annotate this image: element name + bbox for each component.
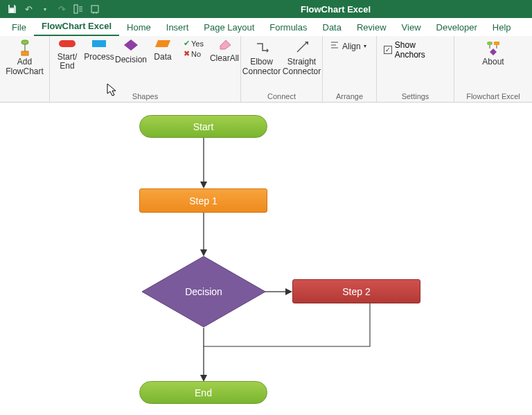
connect-group-label: Connect bbox=[245, 91, 318, 100]
ribbon-group-arrange: Align ▾ Arrange bbox=[323, 36, 377, 102]
svg-rect-3 bbox=[91, 6, 98, 12]
add-flowchart-button[interactable]: Add FlowChart bbox=[4, 39, 45, 78]
svg-marker-24 bbox=[200, 182, 207, 188]
svg-marker-9 bbox=[124, 39, 138, 51]
save-icon[interactable] bbox=[4, 1, 19, 17]
svg-marker-11 bbox=[220, 40, 231, 49]
window-title: FlowChart Excel bbox=[301, 4, 371, 15]
tab-developer[interactable]: Developer bbox=[429, 19, 485, 36]
decision-icon bbox=[123, 39, 139, 53]
tab-view[interactable]: View bbox=[394, 19, 429, 36]
dropdown-icon: ▾ bbox=[364, 43, 366, 49]
align-button[interactable]: Align ▾ bbox=[327, 39, 369, 53]
ribbon-group-label bbox=[4, 91, 45, 100]
connector-start-step1[interactable] bbox=[198, 136, 209, 190]
start-end-button[interactable]: Start/ End bbox=[54, 39, 80, 71]
show-anchors-checkbox[interactable]: ✓ Show Anchors bbox=[381, 39, 450, 61]
connector-decision-step2[interactable] bbox=[265, 286, 294, 297]
redo-icon[interactable]: ↷ bbox=[54, 1, 69, 17]
settings-group-label: Settings bbox=[381, 91, 450, 100]
ribbon-group-add: Add FlowChart bbox=[0, 36, 50, 102]
svg-marker-12 bbox=[267, 48, 269, 53]
ribbon-group-shapes: Start/ End Process Decision Data bbox=[50, 36, 241, 102]
node-step2[interactable]: Step 2 bbox=[292, 279, 420, 303]
qat-dropdown-icon[interactable]: ▾ bbox=[37, 1, 53, 17]
svg-rect-8 bbox=[92, 40, 106, 47]
svg-marker-28 bbox=[285, 288, 292, 295]
quick-access-toolbar: ↶ ▾ ↷ bbox=[4, 1, 103, 17]
checkbox-icon: ✓ bbox=[384, 46, 392, 54]
about-button[interactable]: About bbox=[476, 39, 511, 69]
process-button[interactable]: Process bbox=[86, 39, 112, 62]
node-start[interactable]: Start bbox=[139, 115, 267, 138]
decision-button[interactable]: Decision bbox=[118, 39, 144, 64]
svg-rect-18 bbox=[487, 42, 493, 45]
yes-no-buttons: ✔Yes ✖No bbox=[184, 39, 204, 58]
svg-marker-10 bbox=[155, 40, 170, 47]
no-button[interactable]: ✖No bbox=[184, 49, 204, 58]
touch-mode-icon[interactable] bbox=[71, 1, 86, 17]
align-icon bbox=[330, 40, 339, 52]
ribbon: Add FlowChart Start/ End Process bbox=[0, 36, 532, 103]
svg-rect-5 bbox=[21, 51, 28, 55]
elbow-connector-icon bbox=[255, 40, 269, 55]
straight-connector-button[interactable]: Straight Connector bbox=[285, 39, 319, 78]
yes-button[interactable]: ✔Yes bbox=[184, 39, 204, 48]
node-step1[interactable]: Step 1 bbox=[139, 188, 267, 213]
cross-icon: ✖ bbox=[184, 49, 190, 58]
tab-data[interactable]: Data bbox=[315, 19, 349, 36]
tab-formulas[interactable]: Formulas bbox=[262, 19, 314, 36]
straight-connector-icon bbox=[295, 40, 309, 55]
tab-flowchart-excel[interactable]: FlowChart Excel bbox=[34, 18, 119, 36]
tab-insert[interactable]: Insert bbox=[159, 19, 197, 36]
terminator-icon bbox=[58, 39, 76, 51]
svg-rect-19 bbox=[494, 42, 499, 45]
svg-marker-20 bbox=[490, 48, 497, 55]
add-flowchart-label: Add FlowChart bbox=[6, 58, 44, 77]
connector-step1-decision[interactable] bbox=[198, 212, 209, 258]
title-bar: ↶ ▾ ↷ FlowChart Excel bbox=[0, 0, 532, 18]
elbow-connector-button[interactable]: Elbow Connector bbox=[245, 39, 279, 78]
svg-rect-2 bbox=[74, 5, 78, 13]
arrange-group-label: Arrange bbox=[327, 91, 372, 100]
flowchart-canvas[interactable]: Start Step 1 Decision Step 2 End bbox=[0, 103, 532, 415]
about-group-label: Flowchart Excel bbox=[459, 91, 528, 100]
svg-rect-4 bbox=[21, 40, 28, 44]
ribbon-group-settings: ✓ Show Anchors Settings bbox=[377, 36, 454, 102]
process-icon bbox=[91, 39, 107, 51]
node-end[interactable]: End bbox=[139, 381, 267, 404]
addin-icon[interactable] bbox=[87, 1, 103, 17]
tab-review[interactable]: Review bbox=[349, 19, 394, 36]
about-icon bbox=[485, 40, 502, 55]
svg-rect-0 bbox=[10, 5, 14, 8]
svg-line-13 bbox=[297, 43, 306, 52]
undo-icon[interactable]: ↶ bbox=[21, 1, 36, 17]
flowchart-icon bbox=[16, 40, 34, 55]
tab-home[interactable]: Home bbox=[119, 19, 159, 36]
ribbon-group-about: About Flowchart Excel bbox=[454, 36, 532, 102]
check-icon: ✔ bbox=[184, 39, 190, 48]
clear-all-button[interactable]: ClearAll bbox=[211, 39, 238, 63]
tab-help[interactable]: Help bbox=[485, 19, 519, 36]
svg-rect-7 bbox=[59, 40, 76, 47]
shapes-group-label: Shapes bbox=[54, 91, 236, 100]
data-icon bbox=[154, 39, 171, 51]
svg-rect-1 bbox=[10, 9, 14, 12]
ribbon-group-connect: Elbow Connector Straight Connector Conne… bbox=[241, 36, 323, 102]
node-decision[interactable]: Decision bbox=[141, 255, 267, 328]
eraser-icon bbox=[217, 39, 232, 52]
ribbon-tabs: File FlowChart Excel Home Insert Page La… bbox=[0, 18, 532, 36]
tab-file[interactable]: File bbox=[4, 19, 34, 36]
data-button[interactable]: Data bbox=[150, 39, 176, 62]
tab-page-layout[interactable]: Page Layout bbox=[196, 19, 262, 36]
